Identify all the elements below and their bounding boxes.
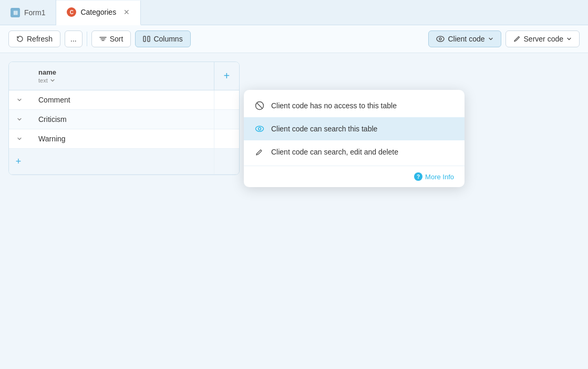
tab-categories-label: Categories [80, 8, 116, 16]
columns-icon [143, 35, 150, 43]
pencil-icon [513, 35, 521, 43]
svg-point-6 [256, 126, 264, 131]
more-options-button[interactable]: ... [65, 30, 82, 47]
svg-point-3 [439, 38, 441, 40]
add-row-row: + [9, 149, 239, 175]
menu-item-search-edit-delete-label: Client code can search, edit and delete [271, 148, 398, 156]
cat-icon: C [67, 7, 76, 17]
data-table: name text + [8, 62, 240, 175]
columns-button[interactable]: Columns [135, 30, 190, 47]
toolbar: Refresh ... Sort Columns Client code [0, 25, 588, 53]
tab-form1-label: Form1 [24, 8, 45, 17]
chevron-down-icon2 [566, 36, 572, 42]
col-subtype: text [38, 77, 205, 84]
row-name-3: Warning [30, 129, 214, 149]
table-header-row: name text + [9, 62, 239, 90]
row-name-2: Criticism [30, 110, 214, 129]
tab-close-icon[interactable]: ✕ [123, 8, 130, 16]
server-code-label: Server code [524, 35, 563, 43]
client-code-button[interactable]: Client code [428, 30, 501, 47]
row-extra-3 [214, 129, 239, 149]
row-expand-3[interactable] [9, 129, 30, 149]
col-name-label: name [38, 68, 205, 76]
row-expand-2[interactable] [9, 110, 30, 129]
menu-item-search-only[interactable]: Client code can search this table [244, 117, 465, 140]
table-row: Warning [9, 129, 239, 149]
svg-point-2 [437, 36, 444, 42]
sort-button[interactable]: Sort [91, 30, 131, 47]
refresh-label: Refresh [27, 35, 53, 43]
form-icon: ▦ [11, 8, 20, 17]
refresh-button[interactable]: Refresh [8, 30, 60, 47]
menu-item-search-edit-delete[interactable]: Client code can search, edit and delete [244, 140, 465, 163]
svg-point-7 [259, 128, 261, 130]
menu-item-no-access-label: Client code has no access to this table [271, 101, 397, 110]
menu-item-search-only-label: Client code can search this table [271, 125, 377, 133]
chevron-subtype-icon[interactable] [50, 78, 55, 83]
info-circle-icon: ? [414, 172, 422, 181]
row-expand-1[interactable] [9, 90, 30, 110]
row-extra-2 [214, 110, 239, 129]
client-code-label: Client code [448, 35, 484, 43]
more-options-label: ... [70, 35, 77, 43]
add-column-button[interactable]: + [223, 70, 230, 81]
add-row-extra [214, 149, 239, 175]
tab-bar: ▦ Form1 C Categories ✕ [0, 0, 588, 25]
more-info-link[interactable]: ? More Info [414, 172, 454, 181]
table-row: Criticism [9, 110, 239, 129]
col-add-header[interactable]: + [214, 62, 239, 90]
pencil-menu-icon [254, 147, 265, 157]
svg-rect-0 [143, 36, 146, 42]
table-row: Comment [9, 90, 239, 110]
add-row-name [30, 149, 214, 175]
server-code-button[interactable]: Server code [506, 30, 580, 47]
more-info-label: More Info [425, 173, 454, 181]
eye-icon [436, 35, 445, 43]
col-name-header: name text [30, 62, 214, 90]
chevron-down-icon [488, 36, 493, 42]
divider [87, 32, 87, 46]
col-expand-header [9, 62, 30, 90]
columns-label: Columns [153, 35, 182, 43]
eye-menu-icon [254, 124, 265, 134]
client-code-dropdown: Client code has no access to this table … [244, 90, 465, 187]
row-extra-1 [214, 90, 239, 110]
sort-label: Sort [110, 35, 123, 43]
menu-divider [244, 166, 465, 166]
add-row-button[interactable]: + [11, 154, 26, 169]
col-subtype-label: text [38, 77, 48, 84]
svg-line-5 [257, 103, 263, 109]
menu-item-no-access[interactable]: Client code has no access to this table [244, 94, 465, 117]
right-buttons: Client code Server code [428, 30, 580, 47]
no-access-icon [254, 100, 265, 111]
menu-footer: ? More Info [244, 168, 465, 183]
sort-icon [99, 35, 107, 43]
row-name-1: Comment [30, 90, 214, 110]
tab-form1[interactable]: ▦ Form1 [0, 0, 56, 25]
svg-rect-1 [148, 36, 150, 42]
main-area: name text + [0, 53, 588, 183]
tab-categories[interactable]: C Categories ✕ [56, 1, 141, 25]
add-row-expand: + [9, 149, 30, 175]
refresh-icon [16, 35, 24, 43]
